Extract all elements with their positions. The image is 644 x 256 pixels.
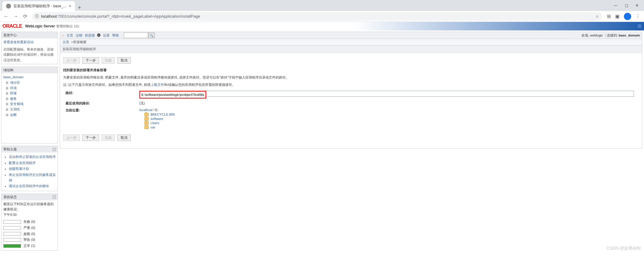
breadcrumb: 主页 >部署概要 <box>60 39 642 46</box>
status-timestamp: 下午9:33 <box>3 212 56 218</box>
domain-tree-item[interactable]: 域分区 <box>3 80 56 86</box>
file-link[interactable]: var <box>151 125 155 129</box>
domain-tree-item[interactable]: 诊断 <box>3 112 56 118</box>
status-row: 失败 (0) <box>3 219 56 225</box>
domain-tree-item[interactable]: 服务 <box>3 96 56 102</box>
current-location-host[interactable]: localhost <box>139 108 152 112</box>
help-topic-item[interactable]: 配置企业应用程序 <box>9 160 56 166</box>
upload-files-link[interactable]: 上载文件 <box>151 83 164 86</box>
cancel-button[interactable]: 取消 <box>117 135 131 141</box>
help-link[interactable]: 帮助 <box>112 33 119 38</box>
file-link[interactable]: software <box>151 117 163 121</box>
connected-domain: base_domain <box>619 33 640 37</box>
reload-icon[interactable]: ⟳ <box>23 13 27 19</box>
new-tab-button[interactable]: + <box>75 5 84 11</box>
note-suffix: 和/或确认您的应用程序包含所需的部署描述符。 <box>164 83 235 86</box>
home-link[interactable]: 主页 <box>66 33 73 38</box>
status-bar <box>3 220 21 224</box>
browser-tab[interactable]: 安装应用程序辅助程序 - base_... × <box>2 1 75 11</box>
folder-icon <box>144 126 149 129</box>
status-label: 超载 (0) <box>23 231 35 237</box>
logout-link[interactable]: 注销 <box>76 33 82 38</box>
recent-path-value: (无) <box>137 100 638 107</box>
domain-tree-item[interactable]: 安全领域 <box>3 101 56 107</box>
url-text: localhost:7001/console/console.portal?_n… <box>41 14 593 19</box>
path-label: 路径: <box>64 90 137 100</box>
cancel-button[interactable]: 取消 <box>117 57 131 64</box>
connected-label: 连接到: <box>607 33 618 37</box>
finish-button[interactable]: 完成 <box>101 135 115 141</box>
menu-icon[interactable]: ⋮ <box>635 13 640 19</box>
record-link[interactable]: 记录 <box>103 33 110 38</box>
address-bar[interactable]: ⓘ localhost:7001/console/console.portal?… <box>32 12 602 21</box>
status-bar <box>3 226 21 230</box>
domain-tree-item[interactable]: 部署 <box>3 91 56 96</box>
bookmark-icon[interactable]: ☆ <box>596 14 599 19</box>
panel-title: 帮助主题 <box>3 147 17 152</box>
finish-button[interactable]: 完成 <box>101 57 115 64</box>
back-button[interactable]: 上一步 <box>63 135 80 141</box>
status-row: 超载 (0) <box>3 231 56 237</box>
browser-tab-strip: 安装应用程序辅助程序 - base_... × + — ▢ ✕ <box>0 0 644 11</box>
file-list-item[interactable]: software <box>139 117 636 121</box>
product-name: WebLogic Server <box>25 24 55 28</box>
path-input-extension[interactable] <box>206 91 634 97</box>
site-info-icon[interactable]: ⓘ <box>35 14 39 19</box>
url-host: localhost <box>41 14 57 19</box>
console-name: 管理控制台 12c <box>56 24 79 29</box>
side-panel-icon[interactable]: ▣ <box>615 13 620 19</box>
file-link[interactable]: Users <box>151 121 159 125</box>
maximize-icon[interactable]: ▢ <box>625 3 628 8</box>
status-label: 正常 (1) <box>23 243 35 249</box>
view-changes-link[interactable]: 查看更改和重新启动 <box>3 40 34 44</box>
domain-root[interactable]: base_domain <box>3 75 23 79</box>
instruction-text: 为要安装的应用程序根目录, 档案文件, 展开的档案目录或应用程序模块描述符, 选… <box>63 75 639 80</box>
help-panel: 帮助主题– 启动和停止部署的企业应用程序配置企业应用程序创建部署计划将企业应用程… <box>1 146 58 191</box>
extensions-icon[interactable]: ⊞ <box>607 13 611 19</box>
status-label: 警告 (0) <box>23 237 35 243</box>
panel-title: 系统状态 <box>3 195 17 199</box>
browser-toolbar: ← → ⟳ ⓘ localhost:7001/console/console.p… <box>0 11 644 22</box>
status-label: 失败 (0) <box>23 219 35 225</box>
header-corner-icon[interactable] <box>637 24 642 28</box>
back-button[interactable]: 上一步 <box>63 57 80 64</box>
help-topic-item[interactable]: 测试企业应用程序中的模块 <box>9 184 56 189</box>
file-link[interactable]: $RECYCLE.BIN <box>151 113 175 116</box>
file-list-item[interactable]: $RECYCLE.BIN <box>139 112 636 117</box>
panel-collapse-icon[interactable]: – <box>53 148 56 151</box>
search-input[interactable] <box>124 33 148 38</box>
next-button[interactable]: 下一步 <box>82 135 99 141</box>
system-status-panel: 系统状态– 截至以下时间正在运行的服务器的健康状况: 下午9:33 失败 (0)… <box>1 194 58 251</box>
panel-title: 更改中心 <box>2 32 58 38</box>
close-window-icon[interactable]: ✕ <box>635 3 639 8</box>
minimize-icon[interactable]: — <box>614 3 617 8</box>
preferences-link[interactable]: 首选项 <box>85 33 95 38</box>
file-list-item[interactable]: var <box>139 125 636 129</box>
domain-tree-item[interactable]: 环境 <box>3 86 56 91</box>
forward-icon[interactable]: → <box>13 14 18 19</box>
panel-collapse-icon[interactable]: – <box>53 195 56 198</box>
help-topic-item[interactable]: 启动和停止部署的企业应用程序 <box>9 154 56 160</box>
section-heading: 找到要安装的部署并准备部署 <box>63 68 639 72</box>
record-icon[interactable]: 🅐 <box>97 33 101 37</box>
tab-close-icon[interactable]: × <box>69 4 71 9</box>
next-button[interactable]: 下一步 <box>82 57 99 64</box>
domain-tree-item[interactable]: 互用性 <box>3 107 56 112</box>
status-bar <box>3 244 21 248</box>
help-topic-item[interactable]: 创建部署计划 <box>9 166 56 172</box>
profile-avatar[interactable] <box>624 13 631 20</box>
change-center-panel: 更改中心 查看更改和重新启动 启用配置编辑。将来在修改、添加或删除此域中的项目时… <box>1 32 58 64</box>
status-row: 正常 (1) <box>3 243 56 249</box>
breadcrumb-home[interactable]: 主页 <box>62 40 69 44</box>
status-bar <box>3 232 21 236</box>
path-input[interactable] <box>140 92 205 98</box>
help-topic-item[interactable]: 将企业应用程序定位到服务器实例 <box>9 172 56 183</box>
breadcrumb-current: 部署概要 <box>73 40 87 44</box>
status-label: 严重 (0) <box>23 225 35 231</box>
tab-title: 安装应用程序辅助程序 - base_... <box>13 4 66 9</box>
file-list-item[interactable]: Users <box>139 121 636 125</box>
back-icon[interactable]: ← <box>4 14 9 19</box>
search-button[interactable]: 🔍 <box>148 33 155 38</box>
home-icon[interactable]: ⌂ <box>62 33 64 37</box>
panel-title: 域结构 <box>2 67 58 73</box>
